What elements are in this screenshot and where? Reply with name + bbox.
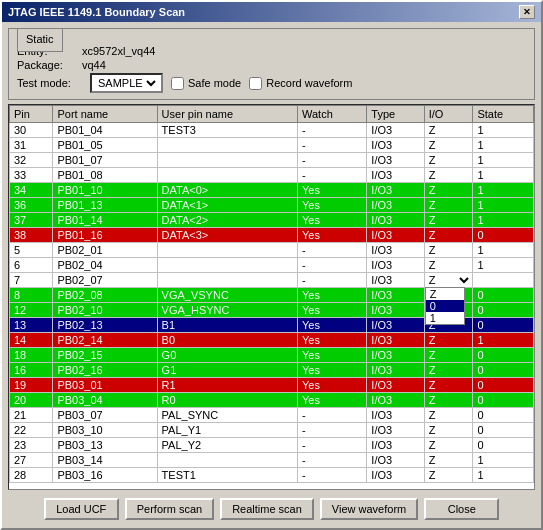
type-cell: I/O3 [367, 378, 424, 393]
watch-cell: - [298, 258, 367, 273]
package-row: Package: vq44 [17, 59, 526, 71]
io-cell: Z [424, 468, 473, 483]
io-cell: Z [424, 393, 473, 408]
close-window-button[interactable]: Close [424, 498, 499, 520]
table-row[interactable]: 27PB03_14-I/O3Z1 [10, 453, 534, 468]
perform-scan-button[interactable]: Perform scan [125, 498, 214, 520]
title-bar-buttons: ✕ [519, 5, 535, 19]
table-row[interactable]: 30PB01_04TEST3-I/O3Z1 [10, 123, 534, 138]
record-waveform-label: Record waveform [266, 77, 352, 89]
type-cell: I/O3 [367, 243, 424, 258]
watch-cell: Yes [298, 378, 367, 393]
col-watch: Watch [298, 106, 367, 123]
scan-table-container[interactable]: Pin Port name User pin name Watch Type I… [8, 104, 535, 490]
safe-mode-checkbox[interactable] [171, 77, 184, 90]
table-row[interactable]: 33PB01_08-I/O3Z1 [10, 168, 534, 183]
table-row[interactable]: 31PB01_05-I/O3Z1 [10, 138, 534, 153]
scan-table: Pin Port name User pin name Watch Type I… [9, 105, 534, 483]
io-cell: Z [424, 123, 473, 138]
watch-cell: - [298, 243, 367, 258]
pin-cell: 22 [10, 423, 53, 438]
state-cell: 0 [473, 363, 534, 378]
state-cell: 1 [473, 333, 534, 348]
port-cell: PB02_01 [53, 243, 157, 258]
table-row[interactable]: 38PB01_16DATA<3>YesI/O3Z0 [10, 228, 534, 243]
port-cell: PB02_14 [53, 333, 157, 348]
table-row[interactable]: 22PB03_10PAL_Y1-I/O3Z0 [10, 423, 534, 438]
test-mode-select[interactable]: SAMPLEEXTESTINTEST [90, 73, 163, 93]
table-row[interactable]: 19PB03_01R1YesI/O3Z0 [10, 378, 534, 393]
table-row[interactable]: 6PB02_04-I/O3Z1 [10, 258, 534, 273]
pin-cell: 18 [10, 348, 53, 363]
table-row[interactable]: 5PB02_01-I/O3Z1 [10, 243, 534, 258]
content-area: Static Entity: xc9572xl_vq44 Package: vq… [2, 22, 541, 528]
test-mode-dropdown[interactable]: SAMPLEEXTESTINTEST [94, 76, 159, 90]
type-cell: I/O3 [367, 468, 424, 483]
io-cell: Z [424, 213, 473, 228]
pin-cell: 7 [10, 273, 53, 288]
col-user-pin-name: User pin name [157, 106, 297, 123]
title-bar: JTAG IEEE 1149.1 Boundary Scan ✕ [2, 2, 541, 22]
table-row[interactable]: 34PB01_10DATA<0>YesI/O3Z1 [10, 183, 534, 198]
state-cell: 1 [473, 168, 534, 183]
watch-cell: Yes [298, 228, 367, 243]
entity-value: xc9572xl_vq44 [82, 45, 155, 57]
io-cell[interactable]: Z01Z01 [424, 273, 473, 288]
watch-cell: - [298, 468, 367, 483]
table-row[interactable]: 16PB02_16G1YesI/O3Z0 [10, 363, 534, 378]
view-waveform-button[interactable]: View waveform [320, 498, 418, 520]
io-cell: Z [424, 258, 473, 273]
io-cell: Z [424, 243, 473, 258]
pin-cell: 32 [10, 153, 53, 168]
port-cell: PB02_15 [53, 348, 157, 363]
port-cell: PB03_04 [53, 393, 157, 408]
type-cell: I/O3 [367, 408, 424, 423]
table-row[interactable]: 28PB03_16TEST1-I/O3Z1 [10, 468, 534, 483]
user-pin-cell [157, 453, 297, 468]
table-row[interactable]: 18PB02_15G0YesI/O3Z0 [10, 348, 534, 363]
port-cell: PB01_04 [53, 123, 157, 138]
record-waveform-checkbox[interactable] [249, 77, 262, 90]
user-pin-cell: PAL_Y1 [157, 423, 297, 438]
port-cell: PB01_07 [53, 153, 157, 168]
watch-cell: Yes [298, 198, 367, 213]
pin-cell: 28 [10, 468, 53, 483]
package-value: vq44 [82, 59, 106, 71]
io-cell: Z [424, 333, 473, 348]
pin-cell: 12 [10, 303, 53, 318]
pin-cell: 36 [10, 198, 53, 213]
type-cell: I/O3 [367, 138, 424, 153]
table-row[interactable]: 7PB02_07-I/O3Z01Z01 [10, 273, 534, 288]
state-cell [473, 273, 534, 288]
table-row[interactable]: 23PB03_13PAL_Y2-I/O3Z0 [10, 438, 534, 453]
port-cell: PB01_13 [53, 198, 157, 213]
table-row[interactable]: 36PB01_13DATA<1>YesI/O3Z1 [10, 198, 534, 213]
close-button[interactable]: ✕ [519, 5, 535, 19]
realtime-scan-button[interactable]: Realtime scan [220, 498, 314, 520]
col-io: I/O [424, 106, 473, 123]
table-row[interactable]: 20PB03_04R0YesI/O3Z0 [10, 393, 534, 408]
state-cell: 0 [473, 408, 534, 423]
pin-cell: 23 [10, 438, 53, 453]
pin-cell: 31 [10, 138, 53, 153]
load-ucf-button[interactable]: Load UCF [44, 498, 119, 520]
table-row[interactable]: 37PB01_14DATA<2>YesI/O3Z1 [10, 213, 534, 228]
static-group: Static Entity: xc9572xl_vq44 Package: vq… [8, 28, 535, 100]
port-cell: PB03_01 [53, 378, 157, 393]
safe-mode-label: Safe mode [188, 77, 241, 89]
user-pin-cell: DATA<1> [157, 198, 297, 213]
table-row[interactable]: 14PB02_14B0YesI/O3Z1 [10, 333, 534, 348]
user-pin-cell: G0 [157, 348, 297, 363]
col-pin: Pin [10, 106, 53, 123]
table-row[interactable]: 21PB03_07PAL_SYNC-I/O3Z0 [10, 408, 534, 423]
port-cell: PB03_13 [53, 438, 157, 453]
table-row[interactable]: 32PB01_07-I/O3Z1 [10, 153, 534, 168]
type-cell: I/O3 [367, 153, 424, 168]
user-pin-cell [157, 258, 297, 273]
watch-cell: Yes [298, 393, 367, 408]
user-pin-cell: TEST3 [157, 123, 297, 138]
pin-cell: 14 [10, 333, 53, 348]
watch-cell: Yes [298, 333, 367, 348]
type-cell: I/O3 [367, 168, 424, 183]
state-cell: 0 [473, 303, 534, 318]
